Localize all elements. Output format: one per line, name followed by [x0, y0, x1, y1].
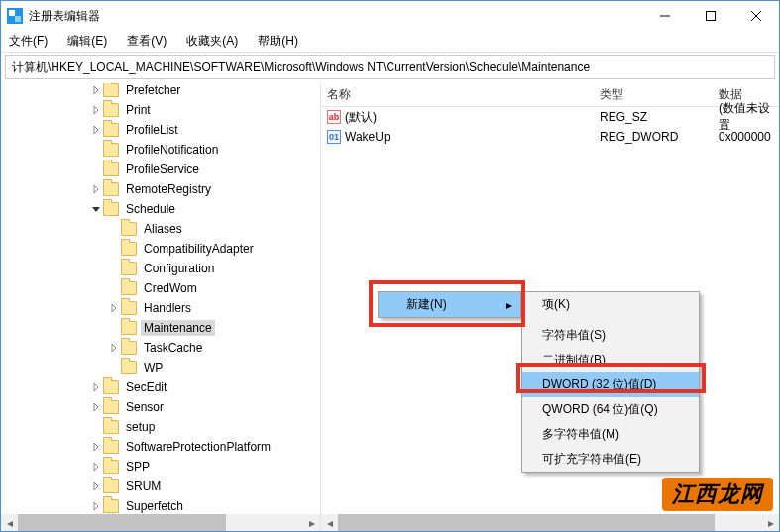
list-hscrollbar[interactable]: ◂ ▸	[321, 514, 779, 531]
tree-item[interactable]: Aliases	[1, 219, 320, 239]
tree-item-label: ProfileService	[123, 161, 202, 177]
folder-icon	[103, 380, 119, 394]
tree-item-label: ProfileList	[123, 122, 181, 138]
folder-icon	[121, 242, 137, 256]
tree-item[interactable]: Handlers	[1, 298, 320, 318]
folder-icon	[103, 499, 119, 513]
folder-icon	[103, 460, 119, 474]
tree-item-label: Sensor	[123, 399, 167, 415]
tree-item[interactable]: Sensor	[1, 397, 320, 417]
minimize-button[interactable]	[642, 1, 688, 31]
registry-tree[interactable]: PrefetcherPrintProfileListProfileNotific…	[1, 83, 320, 516]
tree-item[interactable]: Superfetch	[1, 496, 320, 516]
ctx-multi[interactable]: 多字符串值(M)	[522, 422, 699, 447]
col-name[interactable]: 名称	[321, 86, 594, 103]
binary-value-icon: 01	[327, 130, 341, 144]
tree-item-label: Schedule	[123, 201, 178, 217]
tree-item-label: SRUM	[123, 479, 164, 494]
maximize-button[interactable]	[688, 1, 733, 31]
context-submenu: 项(K) 字符串值(S) 二进制值(B) DWORD (32 位)值(D) QW…	[521, 291, 700, 473]
tree-item[interactable]: CredWom	[1, 278, 320, 298]
folder-icon	[121, 222, 137, 236]
value-data: 0x000000	[713, 130, 779, 144]
chevron-right-icon[interactable]	[90, 461, 102, 473]
scroll-left-icon[interactable]: ◂	[1, 514, 18, 531]
chevron-right-icon[interactable]	[90, 124, 102, 136]
chevron-right-icon[interactable]	[108, 302, 120, 314]
ctx-string[interactable]: 字符串值(S)	[522, 323, 699, 348]
menu-view[interactable]: 查看(V)	[123, 31, 170, 52]
tree-item[interactable]: Prefetcher	[1, 83, 320, 100]
tree-item-label: Prefetcher	[123, 83, 183, 98]
chevron-right-icon[interactable]	[90, 84, 102, 96]
menu-edit[interactable]: 编辑(E)	[63, 31, 111, 52]
values-list[interactable]: ab(默认)REG_SZ(数值未设置01WakeUpREG_DWORD0x000…	[321, 107, 779, 147]
chevron-right-icon[interactable]	[90, 183, 102, 195]
tree-item[interactable]: Schedule	[1, 199, 320, 219]
folder-icon	[121, 262, 137, 275]
tree-item[interactable]: SRUM	[1, 477, 320, 496]
menu-favorites[interactable]: 收藏夹(A)	[182, 31, 242, 52]
tree-item-label: ProfileNotification	[123, 142, 221, 158]
tree-item[interactable]: ProfileService	[1, 160, 320, 179]
ctx-expand[interactable]: 可扩充字符串值(E)	[522, 447, 699, 472]
menu-help[interactable]: 帮助(H)	[254, 31, 302, 52]
tree-item[interactable]: RemoteRegistry	[1, 179, 320, 199]
scroll-right-icon[interactable]: ▸	[303, 514, 320, 531]
menu-file[interactable]: 文件(F)	[5, 31, 52, 52]
chevron-down-icon[interactable]	[90, 203, 102, 215]
chevron-right-icon[interactable]	[108, 342, 120, 354]
value-name: (默认)	[345, 109, 377, 126]
value-type: REG_DWORD	[594, 130, 713, 144]
folder-icon	[121, 341, 137, 355]
chevron-right-icon[interactable]	[90, 500, 102, 512]
value-type: REG_SZ	[594, 110, 713, 124]
tree-item[interactable]: Maintenance	[1, 318, 320, 338]
tree-item[interactable]: TaskCache	[1, 338, 320, 358]
tree-pane: PrefetcherPrintProfileListProfileNotific…	[1, 83, 321, 531]
tree-item[interactable]: CompatibilityAdapter	[1, 239, 320, 259]
ctx-binary[interactable]: 二进制值(B)	[522, 348, 699, 372]
tree-item[interactable]: ProfileList	[1, 120, 320, 140]
tree-item[interactable]: WP	[1, 358, 320, 377]
chevron-right-icon[interactable]	[90, 381, 102, 393]
tree-item[interactable]: SoftwareProtectionPlatform	[1, 437, 320, 457]
folder-icon	[103, 103, 119, 117]
chevron-right-icon[interactable]	[90, 441, 102, 453]
value-row[interactable]: 01WakeUpREG_DWORD0x000000	[321, 127, 779, 147]
tree-item[interactable]: SecEdit	[1, 377, 320, 397]
folder-icon	[121, 301, 137, 315]
value-row[interactable]: ab(默认)REG_SZ(数值未设置	[321, 107, 779, 127]
tree-item-label: CompatibilityAdapter	[141, 241, 257, 257]
close-button[interactable]	[733, 1, 779, 31]
ctx-dword[interactable]: DWORD (32 位)值(D)	[522, 372, 699, 397]
tree-item[interactable]: Configuration	[1, 259, 320, 278]
tree-item[interactable]: setup	[1, 417, 320, 437]
string-value-icon: ab	[327, 110, 341, 124]
folder-icon	[103, 440, 119, 454]
col-type[interactable]: 类型	[594, 86, 713, 103]
address-bar[interactable]: 计算机\HKEY_LOCAL_MACHINE\SOFTWARE\Microsof…	[5, 55, 775, 79]
chevron-right-icon[interactable]	[90, 480, 102, 492]
tree-item[interactable]: ProfileNotification	[1, 140, 320, 160]
folder-icon	[121, 361, 137, 374]
submenu-arrow-icon: ▸	[506, 298, 512, 312]
chevron-right-icon[interactable]	[90, 401, 102, 413]
tree-item[interactable]: Print	[1, 100, 320, 120]
title-bar[interactable]: 注册表编辑器	[1, 1, 779, 31]
watermark: 江西龙网	[662, 478, 773, 511]
tree-item-label: SoftwareProtectionPlatform	[123, 439, 274, 455]
ctx-key[interactable]: 项(K)	[522, 292, 699, 317]
list-header: 名称 类型 数据	[321, 83, 779, 107]
folder-icon	[103, 162, 119, 176]
ctx-new[interactable]: 新建(N) ▸	[379, 292, 520, 317]
scroll-right-icon[interactable]: ▸	[762, 514, 779, 531]
chevron-right-icon[interactable]	[90, 104, 102, 116]
tree-hscrollbar[interactable]: ◂ ▸	[1, 514, 320, 531]
scroll-left-icon[interactable]: ◂	[321, 514, 338, 531]
scroll-thumb[interactable]	[338, 514, 715, 531]
scroll-thumb[interactable]	[18, 514, 226, 531]
tree-item[interactable]: SPP	[1, 457, 320, 477]
ctx-qword[interactable]: QWORD (64 位)值(Q)	[522, 397, 699, 422]
ctx-new-label: 新建(N)	[406, 296, 447, 313]
